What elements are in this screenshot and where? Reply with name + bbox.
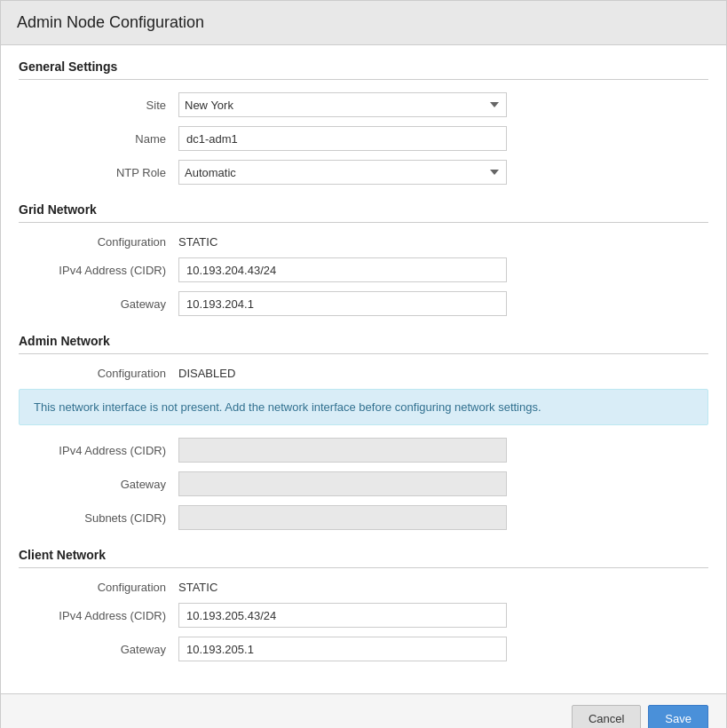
admin-gateway-input[interactable] — [178, 471, 507, 496]
client-gateway-label: Gateway — [19, 643, 178, 656]
name-row: Name — [19, 126, 708, 151]
name-input[interactable] — [178, 126, 507, 151]
name-label: Name — [19, 132, 178, 146]
client-network-section: Client Network Configuration STATIC IPv4… — [19, 548, 708, 661]
grid-config-row: Configuration STATIC — [19, 235, 708, 249]
admin-subnets-row: Subnets (CIDR) — [19, 505, 708, 530]
site-row: Site New York Chicago Los Angeles — [19, 92, 708, 117]
admin-network-title: Admin Network — [19, 334, 708, 354]
admin-subnets-input[interactable] — [178, 505, 507, 530]
admin-subnets-label: Subnets (CIDR) — [19, 511, 178, 525]
grid-gateway-label: Gateway — [19, 297, 178, 311]
admin-config-label: Configuration — [19, 367, 178, 380]
grid-ipv4-label: IPv4 Address (CIDR) — [19, 264, 178, 277]
general-settings-title: General Settings — [19, 59, 708, 80]
client-gateway-input[interactable] — [178, 637, 507, 661]
admin-config-value: DISABLED — [178, 367, 235, 380]
admin-ipv4-row: IPv4 Address (CIDR) — [19, 438, 708, 463]
ntp-role-row: NTP Role Automatic Primary Client — [19, 160, 708, 185]
admin-gateway-label: Gateway — [19, 478, 178, 491]
site-label: Site — [19, 99, 178, 112]
grid-network-title: Grid Network — [19, 202, 708, 223]
client-network-title: Client Network — [19, 548, 708, 568]
site-select[interactable]: New York Chicago Los Angeles — [178, 92, 507, 117]
admin-ipv4-label: IPv4 Address (CIDR) — [19, 444, 178, 457]
client-config-row: Configuration STATIC — [19, 581, 708, 594]
page-header: Admin Node Configuration — [1, 1, 726, 45]
admin-network-section: Admin Network Configuration DISABLED Thi… — [19, 334, 708, 530]
save-button[interactable]: Save — [648, 705, 708, 728]
client-ipv4-label: IPv4 Address (CIDR) — [19, 609, 178, 622]
admin-gateway-row: Gateway — [19, 471, 708, 496]
page-title: Admin Node Configuration — [17, 13, 710, 32]
admin-ipv4-input[interactable] — [178, 438, 507, 463]
page-container: Admin Node Configuration General Setting… — [0, 0, 727, 728]
client-gateway-row: Gateway — [19, 637, 708, 661]
client-config-value: STATIC — [178, 581, 217, 594]
ntp-role-label: NTP Role — [19, 166, 178, 179]
general-settings-section: General Settings Site New York Chicago L… — [19, 59, 708, 185]
page-footer: Cancel Save — [1, 693, 726, 728]
page-content: General Settings Site New York Chicago L… — [1, 45, 726, 693]
client-ipv4-input[interactable] — [178, 603, 507, 628]
ntp-role-select[interactable]: Automatic Primary Client — [178, 160, 507, 185]
grid-network-section: Grid Network Configuration STATIC IPv4 A… — [19, 202, 708, 316]
grid-config-label: Configuration — [19, 235, 178, 249]
cancel-button[interactable]: Cancel — [572, 705, 641, 728]
grid-ipv4-input[interactable] — [178, 257, 507, 282]
admin-network-info-banner: This network interface is not present. A… — [19, 389, 708, 425]
grid-gateway-input[interactable] — [178, 291, 507, 316]
grid-ipv4-row: IPv4 Address (CIDR) — [19, 257, 708, 282]
client-config-label: Configuration — [19, 581, 178, 594]
grid-config-value: STATIC — [178, 235, 217, 249]
admin-config-row: Configuration DISABLED — [19, 367, 708, 380]
client-ipv4-row: IPv4 Address (CIDR) — [19, 603, 708, 628]
grid-gateway-row: Gateway — [19, 291, 708, 316]
